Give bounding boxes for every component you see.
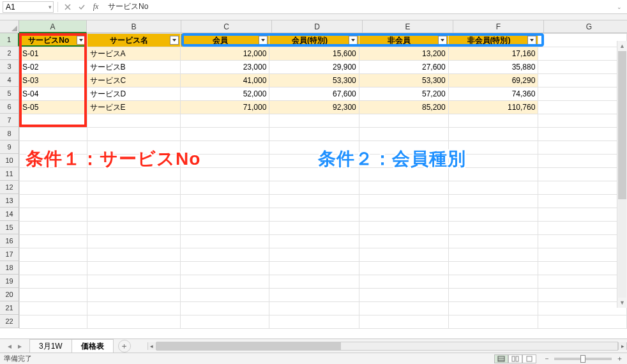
cell[interactable]	[20, 275, 87, 289]
cell[interactable]: 71,000	[180, 101, 269, 114]
cell[interactable]	[180, 248, 269, 262]
cell[interactable]	[538, 181, 627, 195]
cell[interactable]: 17,160	[448, 47, 538, 61]
scroll-left-icon[interactable]: ◂	[147, 342, 156, 350]
cell[interactable]	[359, 181, 448, 195]
cell[interactable]	[87, 195, 180, 208]
scroll-down-icon[interactable]: ▼	[617, 298, 627, 308]
filter-dropdown-icon[interactable]	[438, 36, 447, 45]
sheet-tab-active[interactable]: 価格表	[72, 339, 114, 354]
cell[interactable]	[20, 262, 87, 275]
row-header-6[interactable]: 6	[0, 100, 19, 114]
cell[interactable]	[180, 275, 269, 289]
cell[interactable]	[359, 155, 448, 168]
cell[interactable]: 35,880	[448, 61, 538, 74]
row-header-12[interactable]: 12	[0, 181, 19, 194]
cell[interactable]	[269, 155, 359, 168]
cell[interactable]: 52,000	[180, 87, 269, 101]
cell[interactable]	[448, 155, 538, 168]
cell[interactable]	[180, 168, 269, 181]
cell[interactable]: 74,360	[448, 87, 538, 101]
row-header-4[interactable]: 4	[0, 73, 19, 87]
filter-dropdown-icon[interactable]	[259, 36, 268, 45]
cell[interactable]	[448, 141, 538, 155]
header-cell[interactable]: 会員	[180, 34, 269, 47]
cell[interactable]	[269, 181, 359, 195]
cell[interactable]	[538, 155, 627, 168]
hscroll-thumb[interactable]	[157, 342, 342, 350]
cell[interactable]	[538, 34, 627, 47]
expand-formula-bar-button[interactable]: ⌄	[614, 4, 624, 10]
cell[interactable]	[359, 315, 448, 329]
insert-function-button[interactable]: fx	[90, 1, 102, 13]
cell[interactable]	[20, 128, 87, 141]
cell[interactable]	[87, 168, 180, 181]
cells-area[interactable]: サービスNoサービス名会員会員(特別)非会員非会員(特別)S-01サービスA12…	[19, 33, 627, 329]
column-header-G[interactable]: G	[544, 20, 627, 33]
confirm-formula-button[interactable]	[76, 1, 87, 13]
cell[interactable]: S-02	[20, 61, 87, 74]
column-header-E[interactable]: E	[363, 20, 453, 33]
cell[interactable]	[269, 195, 359, 208]
name-box[interactable]: A1 ▾	[3, 1, 54, 13]
cell[interactable]	[87, 222, 180, 235]
sheet-tab-inactive[interactable]: 3月1W	[29, 339, 72, 354]
cell[interactable]: サービスC	[87, 74, 180, 87]
cell[interactable]	[538, 114, 627, 128]
cell[interactable]: 27,600	[359, 61, 448, 74]
cell[interactable]	[448, 302, 538, 315]
row-header-2[interactable]: 2	[0, 47, 19, 60]
cell[interactable]: 29,900	[269, 61, 359, 74]
row-header-15[interactable]: 15	[0, 221, 19, 234]
cell[interactable]	[87, 315, 180, 329]
cell[interactable]	[448, 208, 538, 222]
scroll-up-icon[interactable]: ▲	[617, 41, 627, 51]
cell[interactable]	[538, 168, 627, 181]
cell[interactable]: 67,600	[269, 87, 359, 101]
scroll-right-icon[interactable]: ▸	[618, 342, 627, 350]
vertical-scrollbar[interactable]: ▲ ▼	[617, 41, 627, 308]
header-cell[interactable]: 非会員	[359, 34, 448, 47]
cell[interactable]: 23,000	[180, 61, 269, 74]
cell[interactable]	[87, 128, 180, 141]
cell[interactable]	[538, 248, 627, 262]
cell[interactable]	[20, 114, 87, 128]
cell[interactable]: 69,290	[448, 74, 538, 87]
cell[interactable]	[20, 208, 87, 222]
cell[interactable]	[538, 61, 627, 74]
zoom-out-button[interactable]: －	[543, 354, 550, 363]
cell[interactable]: 15,600	[269, 47, 359, 61]
cell[interactable]	[359, 114, 448, 128]
cell[interactable]	[359, 289, 448, 302]
cell[interactable]	[20, 195, 87, 208]
cell[interactable]	[448, 222, 538, 235]
cell[interactable]	[87, 262, 180, 275]
cell[interactable]	[448, 114, 538, 128]
formula-input[interactable]: サービスNo	[104, 1, 612, 13]
cell[interactable]: S-01	[20, 47, 87, 61]
view-page-layout-button[interactable]	[508, 354, 522, 363]
cell[interactable]: サービスE	[87, 101, 180, 114]
row-header-22[interactable]: 22	[0, 315, 19, 328]
row-header-16[interactable]: 16	[0, 234, 19, 248]
cell[interactable]: 13,200	[359, 47, 448, 61]
cell[interactable]	[20, 155, 87, 168]
cell[interactable]	[538, 235, 627, 248]
cell[interactable]	[20, 302, 87, 315]
cell[interactable]	[269, 275, 359, 289]
cell[interactable]	[538, 302, 627, 315]
cell[interactable]	[359, 141, 448, 155]
cell[interactable]	[538, 275, 627, 289]
cell[interactable]	[269, 208, 359, 222]
column-header-F[interactable]: F	[453, 20, 544, 33]
cell[interactable]	[448, 315, 538, 329]
row-header-21[interactable]: 21	[0, 301, 19, 315]
filter-dropdown-icon[interactable]	[527, 36, 536, 45]
cell[interactable]	[538, 74, 627, 87]
cell[interactable]	[538, 195, 627, 208]
cell[interactable]	[20, 168, 87, 181]
cell[interactable]	[359, 302, 448, 315]
cell[interactable]	[269, 262, 359, 275]
cell[interactable]: 57,200	[359, 87, 448, 101]
filter-dropdown-icon[interactable]	[77, 36, 86, 45]
